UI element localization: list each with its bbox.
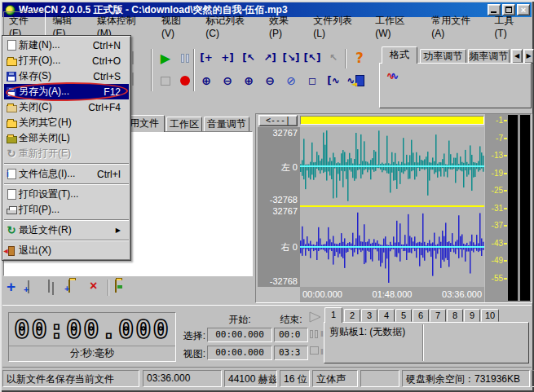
view-start-field[interactable]: 00:00.000 — [207, 346, 272, 360]
open-file-icon — [4, 55, 19, 67]
tab-scroll-left-button[interactable]: ◀ — [511, 49, 523, 64]
help-icon[interactable]: ? — [350, 49, 369, 67]
cursor-to-selection-start-icon[interactable]: [↖ — [239, 49, 258, 67]
ruler-label-start: 00:00.000 — [302, 287, 342, 302]
meter-label: -43 — [485, 240, 503, 248]
open-folder-icon[interactable] — [115, 280, 117, 292]
mini-pause-icon[interactable] — [310, 329, 318, 341]
exit-arrow-icon: ◄ — [351, 80, 357, 88]
meter-label: -37 — [485, 222, 503, 230]
tab-power-adjust[interactable]: 功率调节 — [420, 49, 466, 64]
menu-item-exit[interactable]: ◄ 退出(X) — [4, 243, 129, 258]
select-from-start-icon[interactable]: [+ — [196, 49, 216, 67]
stop-button[interactable] — [156, 72, 175, 90]
tab-scroll-right-button[interactable]: ▶ — [523, 49, 534, 64]
select-row-label: 选择: — [181, 329, 205, 343]
menu-item-save-as[interactable]: 另存为(A)...F12 — [4, 84, 129, 99]
tab-workspace[interactable]: 工作区 — [166, 117, 202, 132]
left-channel-max: 32767 — [272, 128, 298, 138]
menu-item-recent-files[interactable]: ↻ 最近文件(R) ▶ — [4, 222, 129, 238]
mini-stop-icon[interactable] — [310, 346, 319, 357]
clipboard-tab-1[interactable]: 1 — [324, 307, 342, 323]
record-button[interactable] — [175, 72, 195, 90]
format-convert-icon[interactable]: ∿∿ — [386, 70, 399, 81]
zoom-reset-icon[interactable]: ⊘ — [281, 72, 301, 90]
right-channel-waveform[interactable] — [300, 207, 484, 287]
delete-item-icon[interactable]: × — [90, 279, 97, 293]
add-file-icon[interactable]: + — [28, 281, 29, 293]
meter-label: -49 — [485, 257, 503, 265]
list-toolbar: + + + × — [3, 278, 253, 299]
clipboard-tab-8[interactable]: 8 — [447, 309, 463, 322]
status-channels: 立体声 — [312, 370, 358, 387]
paste-new-icon[interactable] — [132, 52, 134, 64]
waveform-scroll-button[interactable]: <---| — [258, 115, 298, 126]
clipboard-tab-2[interactable]: 2 — [344, 309, 360, 322]
timer-unit: 分:秒:毫秒 — [9, 346, 175, 359]
zoom-out-horizontal-icon[interactable]: ⊖ — [260, 72, 280, 90]
left-channel-waveform[interactable] — [300, 127, 484, 205]
view-end-field[interactable]: 03:3 — [274, 346, 308, 360]
zoom-in-horizontal-icon[interactable]: ⊕ — [239, 72, 258, 90]
play-button[interactable]: ▶ — [156, 49, 175, 67]
zoom-in-vertical-icon[interactable]: ⊕ — [196, 72, 216, 90]
paste-mix-icon[interactable] — [132, 73, 134, 85]
add-item-icon[interactable]: + — [7, 278, 15, 296]
time-ruler[interactable]: 00:00.000 01:48.000 03:36.000 — [300, 287, 484, 302]
select-end-field[interactable]: 00:0 — [274, 328, 308, 342]
application-window: WaveCN 2.0.0.5 正式版 - C:\download\突然的自我-伍… — [0, 0, 534, 392]
zoom-to-selection-icon[interactable]: ◻ — [302, 72, 322, 90]
clipboard-tab-3[interactable]: 3 — [361, 309, 377, 322]
right-tool-panel: 格式 功率调节 频率调节 ◀ ▶ ∿∿ — [378, 46, 532, 109]
copy-file-icon[interactable] — [48, 280, 51, 292]
clipboard-tab-9[interactable]: 9 — [464, 309, 480, 322]
clipboard-tab-5[interactable]: 5 — [395, 309, 412, 322]
zoom-selection-left-icon[interactable]: [∿ — [324, 72, 343, 90]
clipboard-panel: 剪贴板1: (无数据) — [324, 322, 529, 363]
recent-files-icon: ↻ — [4, 224, 19, 236]
clipboard-tab-6[interactable]: 6 — [413, 309, 429, 322]
position-bar[interactable] — [300, 116, 484, 125]
left-channel-min: -32768 — [270, 195, 298, 205]
wave-display[interactable] — [300, 127, 484, 287]
view-row-label: 视图: — [181, 347, 205, 361]
deselect-icon: ↖ — [324, 49, 343, 67]
transport-panel: 00:00.000 分:秒:毫秒 开始: 结束: 选择: 视图: 00:00.0… — [2, 305, 532, 366]
tab-volume-adjust[interactable]: 音量调节 — [204, 117, 249, 132]
save-icon — [4, 70, 19, 82]
exit-app-icon[interactable]: ◄ — [350, 72, 369, 90]
vu-meter: -1 -7 -13 -19 -25 -31 -37 -43 -49 -55 — [485, 114, 532, 302]
cursor-to-selection-end-icon[interactable]: ↗] — [260, 49, 280, 67]
meter-label: -31 — [485, 205, 503, 213]
right-channel-min: -32768 — [270, 276, 298, 286]
select-all-icon[interactable]: [↖] — [302, 49, 322, 67]
clipboard-tab-4[interactable]: 4 — [378, 309, 395, 322]
menu-item-print-setup[interactable]: 打印设置(T)... — [4, 187, 129, 202]
menu-item-close-all[interactable]: 全部关闭(L) — [4, 130, 129, 146]
menu-item-print[interactable]: 打印(P)... — [4, 202, 129, 218]
tab-format[interactable]: 格式 — [382, 46, 417, 64]
menu-item-new[interactable]: 新建(N)...Ctrl+N — [4, 37, 129, 53]
timer-display: 00:00.000 分:秒:毫秒 — [8, 312, 176, 362]
clipboard-tab-10[interactable]: 10 — [481, 309, 499, 322]
menu-item-close[interactable]: 关闭(C)Ctrl+F4 — [4, 99, 129, 115]
end-column-label: 结束: — [275, 313, 307, 327]
menu-item-file-info[interactable]: i 文件信息(I)...Ctrl+I — [4, 166, 129, 182]
select-start-field[interactable]: 00:00.000 — [207, 328, 272, 342]
mini-play-icon[interactable] — [308, 311, 322, 325]
menu-item-reopen: ↻ 重新打开(E) — [4, 146, 129, 161]
tab-frequency-adjust[interactable]: 频率调节 — [468, 49, 510, 64]
select-view-icon[interactable]: [↘] — [281, 49, 301, 67]
meter-label: -1 — [485, 117, 503, 125]
meter-label: -25 — [485, 187, 503, 195]
menu-item-close-others[interactable]: 关闭其它(H) — [4, 115, 129, 130]
clipboard-tab-7[interactable]: 7 — [430, 309, 446, 322]
file-info-icon: i — [4, 168, 19, 180]
zoom-out-vertical-icon[interactable]: ⊖ — [218, 72, 237, 90]
select-to-end-icon[interactable]: +] — [218, 49, 237, 67]
add-folder-icon[interactable]: + — [68, 280, 70, 292]
pause-button[interactable] — [175, 49, 195, 67]
status-duration: 03:36.000 — [143, 370, 222, 387]
menu-item-open[interactable]: 打开(O)...Ctrl+O — [4, 53, 129, 68]
meter-label: -7 — [485, 134, 503, 143]
